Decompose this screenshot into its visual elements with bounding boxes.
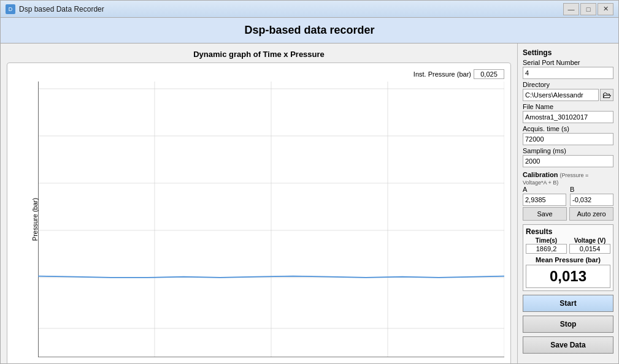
mean-pressure-value: 0,013 <box>526 265 610 288</box>
inst-pressure-row: Inst. Pressure (bar) 0,025 <box>38 69 504 79</box>
directory-label: Directory <box>523 81 613 88</box>
time-cell: Time(s) 1869,2 <box>526 237 567 254</box>
chart-area: Pressure (bar) <box>38 82 504 357</box>
chart-panel: Dynamic graph of Time x Pressure Inst. P… <box>1 44 517 363</box>
calib-ab-row: A B <box>523 186 613 206</box>
settings-section: Settings Serial Port Number Directory 🗁 … <box>523 48 613 167</box>
sidebar: Settings Serial Port Number Directory 🗁 … <box>517 44 618 363</box>
chart-svg: 5 3,8 2,6 1,4 0,2 -1 1866 1868 1868 <box>38 82 504 357</box>
inst-pressure-value: 0,025 <box>474 69 504 79</box>
sampling-input[interactable] <box>523 155 613 167</box>
acquis-time-label: Acquis. time (s) <box>523 125 613 132</box>
calib-btn-row: Save Auto zero <box>523 207 613 221</box>
results-label: Results <box>526 227 610 236</box>
window-title: Dsp based Data Recorder <box>19 5 104 13</box>
mean-pressure-block: Mean Pressure (bar) 0,013 <box>526 256 610 288</box>
y-axis-label: Pressure (bar) <box>31 198 39 241</box>
mean-pressure-label: Mean Pressure (bar) <box>526 256 610 264</box>
serial-port-input[interactable] <box>523 67 613 79</box>
chart-title: Dynamic graph of Time x Pressure <box>7 50 511 59</box>
calib-a-input[interactable] <box>523 194 566 206</box>
acquis-time-input[interactable] <box>523 133 613 145</box>
serial-port-label: Serial Port Number <box>523 59 613 66</box>
time-label: Time(s) <box>526 237 567 244</box>
voltage-label: Voltage (V) <box>569 237 610 244</box>
title-bar-left: D Dsp based Data Recorder <box>6 4 104 14</box>
app-title: Dsp-based data recorder <box>244 24 374 36</box>
main-content: Dynamic graph of Time x Pressure Inst. P… <box>1 44 618 363</box>
title-bar: D Dsp based Data Recorder — □ ✕ <box>1 1 618 18</box>
stop-button[interactable]: Stop <box>523 316 613 333</box>
results-header-row: Time(s) 1869,2 Voltage (V) 0,0154 <box>526 237 610 254</box>
calibration-label: Calibration (Pressure = Voltage*A + B) <box>523 171 613 186</box>
sampling-label: Sampling (ms) <box>523 147 613 154</box>
minimize-button[interactable]: — <box>563 3 579 15</box>
calib-a-field: A <box>523 186 566 206</box>
start-button[interactable]: Start <box>523 295 613 312</box>
auto-zero-button[interactable]: Auto zero <box>569 207 613 221</box>
settings-label: Settings <box>523 48 613 57</box>
window-controls: — □ ✕ <box>563 3 613 15</box>
directory-input[interactable] <box>523 89 599 101</box>
calib-a-label: A <box>523 186 566 193</box>
directory-row: 🗁 <box>523 89 613 101</box>
file-name-input[interactable] <box>523 111 613 123</box>
close-button[interactable]: ✕ <box>598 3 613 15</box>
browse-button[interactable]: 🗁 <box>600 89 613 101</box>
maximize-button[interactable]: □ <box>580 3 596 15</box>
calib-b-field: B <box>570 186 613 206</box>
inst-pressure-label: Inst. Pressure (bar) <box>413 70 471 78</box>
calibration-section: Calibration (Pressure = Voltage*A + B) A… <box>523 171 613 221</box>
app-header: Dsp-based data recorder <box>1 18 618 44</box>
chart-container: Inst. Pressure (bar) 0,025 Pressure (bar… <box>7 63 511 363</box>
file-name-label: File Name <box>523 103 613 110</box>
voltage-cell: Voltage (V) 0,0154 <box>569 237 610 254</box>
save-data-button[interactable]: Save Data <box>523 336 613 354</box>
voltage-value: 0,0154 <box>569 244 610 254</box>
save-calib-button[interactable]: Save <box>523 207 567 221</box>
time-value: 1869,2 <box>526 244 567 254</box>
results-section: Results Time(s) 1869,2 Voltage (V) 0,015… <box>523 224 613 291</box>
app-icon: D <box>6 4 15 14</box>
main-window: D Dsp based Data Recorder — □ ✕ Dsp-base… <box>0 0 619 364</box>
calib-b-input[interactable] <box>570 194 613 206</box>
calib-b-label: B <box>570 186 613 193</box>
